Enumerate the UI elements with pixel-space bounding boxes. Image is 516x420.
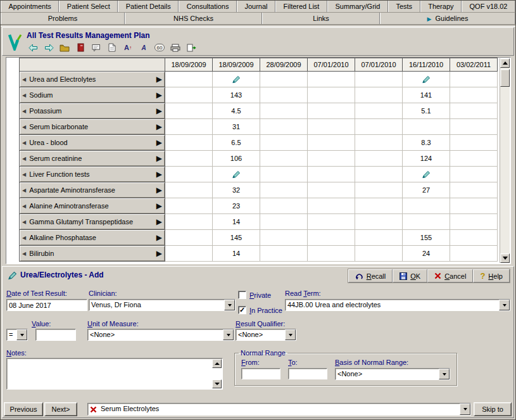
date-input[interactable] — [6, 299, 87, 311]
result-cell[interactable] — [308, 151, 355, 167]
tab-appointments[interactable]: Appointments — [1, 1, 59, 12]
result-cell[interactable] — [355, 230, 403, 246]
notes-textarea[interactable] — [8, 359, 211, 387]
tab-filtered-list[interactable]: Filtered List — [275, 1, 327, 12]
row-header-serum-bicarbonate[interactable]: ◀Serum bicarbonate▶ — [20, 119, 165, 135]
scrollbar-thumb[interactable] — [500, 69, 510, 87]
badge-60-icon[interactable]: 60 — [153, 42, 166, 53]
result-cell[interactable] — [403, 72, 450, 87]
notes-scroll-up-button[interactable] — [212, 359, 222, 368]
result-cell[interactable]: 8.3 — [403, 135, 450, 151]
result-cell[interactable] — [165, 87, 213, 103]
result-cell[interactable] — [450, 167, 498, 182]
result-cell[interactable] — [165, 135, 213, 151]
collapse-left-icon[interactable]: ◀ — [22, 140, 26, 146]
result-cell[interactable] — [355, 198, 403, 214]
result-cell[interactable]: 155 — [403, 230, 450, 246]
expand-right-icon[interactable]: ▶ — [156, 186, 162, 194]
result-cell[interactable] — [260, 182, 308, 198]
result-cell[interactable] — [260, 103, 308, 119]
tab-qof-v18-02[interactable]: QOF v18.02 — [462, 1, 515, 12]
expand-right-icon[interactable]: ▶ — [156, 154, 162, 163]
in-practice-checkbox-box[interactable]: ✓ — [238, 306, 246, 314]
tab-links[interactable]: Links — [262, 13, 380, 24]
row-header-liver-function-tests[interactable]: ◀Liver Function tests▶ — [20, 167, 165, 182]
result-cell[interactable] — [260, 230, 308, 246]
expand-right-icon[interactable]: ▶ — [156, 106, 162, 115]
result-cell[interactable] — [165, 72, 213, 87]
collapse-left-icon[interactable]: ◀ — [22, 77, 26, 82]
operator-dropdown-arrow-icon[interactable] — [16, 329, 27, 340]
result-cell[interactable] — [308, 167, 355, 182]
notes-field[interactable] — [6, 358, 223, 390]
help-button[interactable]: ? Help — [473, 269, 510, 283]
private-checkbox[interactable]: Private — [238, 291, 271, 299]
result-cell[interactable] — [450, 72, 498, 87]
forward-arrow-icon[interactable] — [42, 42, 55, 53]
result-cell[interactable] — [450, 198, 498, 214]
scroll-down-button[interactable] — [500, 253, 510, 263]
result-cell[interactable] — [213, 72, 260, 87]
result-cell[interactable] — [355, 72, 403, 87]
result-cell[interactable] — [355, 87, 403, 103]
result-cell[interactable] — [165, 230, 213, 246]
result-cell[interactable] — [165, 182, 213, 198]
read-term-dropdown-arrow-icon[interactable] — [499, 300, 510, 310]
row-header-aspartate-aminotransferase[interactable]: ◀Aspartate Aminotransferase▶ — [20, 182, 165, 198]
result-cell[interactable] — [450, 230, 498, 246]
result-cell[interactable] — [165, 167, 213, 182]
qualifier-dropdown-arrow-icon[interactable] — [285, 329, 296, 340]
result-cell[interactable]: 31 — [213, 119, 260, 135]
row-header-sodium[interactable]: ◀Sodium▶ — [20, 87, 165, 103]
tab-journal[interactable]: Journal — [237, 1, 275, 12]
collapse-left-icon[interactable]: ◀ — [22, 172, 26, 177]
tab-therapy[interactable]: Therapy — [420, 1, 462, 12]
result-cell[interactable] — [260, 135, 308, 151]
expand-right-icon[interactable]: ▶ — [156, 122, 162, 131]
tab-patient-details[interactable]: Patient Details — [118, 1, 179, 12]
expand-right-icon[interactable]: ▶ — [156, 233, 162, 242]
result-cell[interactable] — [450, 87, 498, 103]
collapse-left-icon[interactable]: ◀ — [22, 235, 26, 241]
result-cell[interactable] — [450, 182, 498, 198]
expand-right-icon[interactable]: ▶ — [156, 138, 162, 147]
result-cell[interactable]: 6.5 — [213, 135, 260, 151]
unit-select[interactable]: <None> — [87, 329, 234, 341]
result-cell[interactable]: 32 — [213, 182, 260, 198]
result-cell[interactable] — [308, 246, 355, 262]
result-cell[interactable] — [165, 246, 213, 262]
result-cell[interactable] — [308, 119, 355, 135]
result-cell[interactable]: 27 — [403, 182, 450, 198]
result-cell[interactable] — [260, 87, 308, 103]
qualifier-select[interactable]: <None> — [236, 329, 296, 341]
result-cell[interactable] — [355, 182, 403, 198]
red-book-icon[interactable] — [74, 42, 87, 53]
result-cell[interactable] — [355, 151, 403, 167]
result-cell[interactable] — [165, 103, 213, 119]
back-arrow-icon[interactable] — [27, 42, 39, 53]
read-term-select[interactable]: 44JB.00 Urea and electrolytes — [285, 299, 510, 311]
result-cell[interactable] — [260, 214, 308, 230]
comment-icon[interactable] — [90, 42, 103, 53]
result-cell[interactable] — [308, 230, 355, 246]
result-cell[interactable]: 145 — [213, 230, 260, 246]
next-button[interactable]: Next> — [44, 402, 77, 416]
operator-select[interactable]: = — [6, 329, 28, 341]
export-icon[interactable] — [185, 42, 198, 53]
result-cell[interactable] — [450, 103, 498, 119]
result-cell[interactable] — [450, 151, 498, 167]
result-cell[interactable] — [403, 119, 450, 135]
result-cell[interactable] — [308, 72, 355, 87]
expand-right-icon[interactable]: ▶ — [156, 249, 162, 258]
expand-right-icon[interactable]: ▶ — [156, 217, 162, 226]
value-input[interactable] — [35, 329, 76, 341]
result-cell[interactable] — [308, 198, 355, 214]
notes-scroll-down-button[interactable] — [212, 379, 222, 388]
collapse-left-icon[interactable]: ◀ — [22, 156, 26, 162]
result-cell[interactable] — [403, 198, 450, 214]
result-cell[interactable]: 106 — [213, 151, 260, 167]
collapse-left-icon[interactable]: ◀ — [22, 219, 26, 225]
result-cell[interactable]: 4.5 — [213, 103, 260, 119]
test-selector-dropdown-arrow-icon[interactable] — [460, 404, 470, 415]
result-cell[interactable] — [308, 87, 355, 103]
